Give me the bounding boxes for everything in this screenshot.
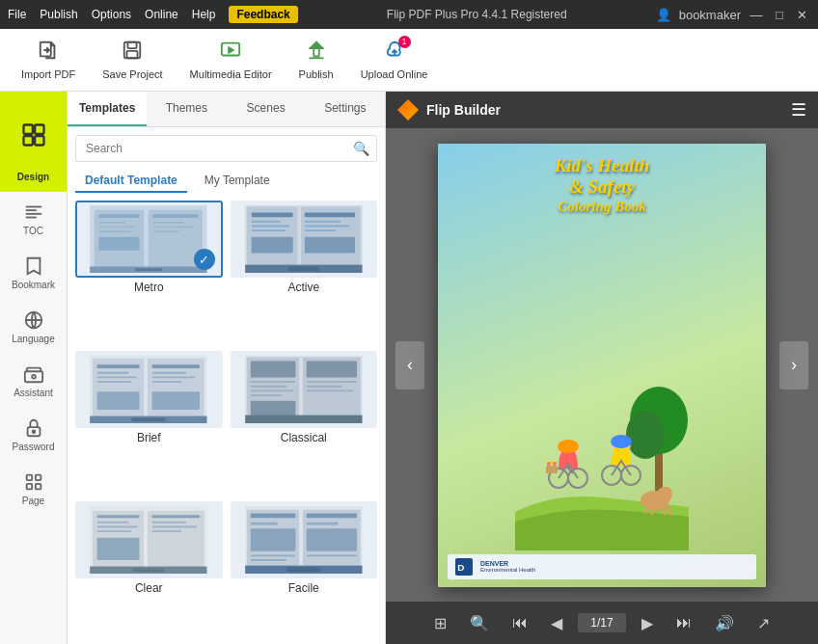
search-input[interactable]	[75, 135, 377, 162]
tab-templates[interactable]: Templates	[68, 92, 147, 126]
book-footer: D DENVER Environmental Health	[448, 554, 756, 579]
search-icon: 🔍	[353, 141, 369, 156]
tab-themes[interactable]: Themes	[147, 92, 226, 126]
svg-rect-92	[152, 526, 198, 528]
template-clear[interactable]: Clear	[75, 501, 223, 644]
sidebar-item-assistant[interactable]: Assistant	[0, 354, 67, 408]
multimedia-editor-button[interactable]: Multimedia Editor	[178, 34, 284, 86]
svg-rect-5	[314, 48, 319, 56]
subtab-my[interactable]: My Template	[195, 170, 280, 193]
menu-file[interactable]: File	[8, 8, 26, 21]
nav-next-arrow[interactable]: ›	[779, 341, 808, 389]
svg-point-17	[32, 375, 36, 379]
minimize-button[interactable]: —	[749, 7, 764, 22]
import-label: Import PDF	[21, 68, 75, 80]
sidebar-item-bookmark[interactable]: Bookmark	[0, 246, 67, 300]
last-page-button[interactable]: ⏭	[668, 610, 699, 635]
next-page-button[interactable]: ▶	[634, 610, 661, 636]
template-facile-thumb[interactable]	[231, 501, 378, 578]
svg-rect-8	[35, 125, 43, 134]
svg-rect-45	[252, 237, 293, 254]
svg-rect-85	[97, 515, 140, 518]
svg-rect-31	[99, 237, 140, 251]
menu-options[interactable]: Options	[92, 8, 131, 21]
svg-rect-49	[305, 229, 337, 231]
template-active-thumb[interactable]	[231, 201, 378, 278]
svg-rect-21	[35, 475, 41, 481]
sidebar-item-design[interactable]: Design	[0, 92, 67, 192]
maximize-button[interactable]: □	[772, 7, 787, 22]
menu-help[interactable]: Help	[192, 8, 216, 21]
upload-online-button[interactable]: Upload Online	[349, 34, 440, 86]
sidebar-item-password[interactable]: Password	[0, 408, 67, 462]
nav-prev-arrow[interactable]: ‹	[395, 341, 424, 389]
prev-page-button[interactable]: ◀	[543, 610, 570, 636]
grid-view-button[interactable]: ⊞	[426, 610, 454, 636]
sidebar-item-page[interactable]: Page	[0, 462, 67, 516]
preview-menu-icon[interactable]: ☰	[791, 99, 806, 121]
svg-rect-109	[286, 567, 320, 572]
template-brief-label: Brief	[137, 431, 161, 444]
svg-rect-16	[24, 371, 41, 382]
svg-rect-48	[305, 226, 350, 228]
svg-rect-37	[135, 268, 162, 271]
svg-rect-46	[305, 212, 355, 217]
preview-area: Flip Builder ☰ ‹ Kid's Health & Safety C…	[386, 92, 818, 644]
svg-text:D: D	[457, 561, 464, 572]
svg-point-127	[553, 462, 557, 466]
svg-rect-80	[307, 389, 354, 391]
svg-rect-78	[307, 381, 357, 383]
upload-label: Upload Online	[361, 68, 428, 80]
first-page-button[interactable]: ⏮	[504, 610, 535, 635]
sidebar-item-language[interactable]: Language	[0, 300, 67, 354]
flip-builder-logo	[397, 99, 419, 121]
zoom-in-button[interactable]: 🔍	[462, 610, 497, 636]
svg-rect-86	[97, 522, 129, 523]
svg-rect-91	[152, 522, 186, 523]
design-label: Design	[17, 172, 49, 182]
svg-rect-105	[307, 523, 339, 525]
svg-point-123	[664, 487, 671, 498]
svg-rect-102	[251, 554, 296, 556]
share-button[interactable]: ↗	[750, 610, 777, 636]
preview-canvas: ‹ Kid's Health & Safety Coloring Book	[386, 128, 818, 602]
svg-rect-74	[251, 389, 294, 391]
template-clear-label: Clear	[135, 581, 163, 595]
template-classical[interactable]: Classical	[231, 351, 378, 494]
svg-rect-62	[152, 372, 186, 374]
template-facile[interactable]: Facile	[231, 501, 378, 644]
menu-online[interactable]: Online	[145, 8, 178, 21]
panel-tabs: Templates Themes Scenes Settings	[68, 92, 385, 127]
volume-button[interactable]: 🔊	[707, 610, 742, 636]
svg-rect-61	[152, 364, 200, 368]
template-classical-thumb[interactable]	[231, 351, 378, 428]
template-brief-thumb[interactable]	[75, 351, 223, 428]
tab-settings[interactable]: Settings	[306, 92, 385, 126]
template-metro-thumb[interactable]: ✓	[75, 201, 223, 278]
template-clear-thumb[interactable]	[75, 501, 223, 578]
sidebar-item-toc[interactable]: TOC	[0, 192, 67, 246]
svg-rect-10	[35, 136, 43, 145]
menu-publish[interactable]: Publish	[40, 8, 77, 21]
template-active[interactable]: Active	[231, 201, 378, 343]
svg-rect-60	[97, 391, 140, 410]
template-metro[interactable]: ✓ Metro	[75, 201, 223, 343]
svg-rect-22	[26, 484, 32, 490]
titlebar: File Publish Options Online Help Feedbac…	[0, 0, 818, 29]
svg-rect-88	[97, 530, 131, 532]
language-label: Language	[12, 334, 55, 344]
tab-scenes[interactable]: Scenes	[227, 92, 306, 126]
svg-point-116	[558, 440, 579, 453]
template-brief[interactable]: Brief	[75, 351, 223, 494]
close-button[interactable]: ✕	[795, 7, 810, 22]
book-title-1: Kid's Health	[555, 155, 650, 177]
feedback-button[interactable]: Feedback	[229, 6, 297, 23]
svg-point-19	[32, 430, 35, 433]
main-layout: Design TOC Bookmark Language	[0, 92, 818, 644]
import-pdf-button[interactable]: Import PDF	[10, 34, 87, 86]
publish-button[interactable]: Publish	[287, 34, 345, 86]
subtab-default[interactable]: Default Template	[75, 170, 187, 193]
svg-rect-52	[288, 266, 319, 271]
save-project-button[interactable]: Save Project	[91, 34, 174, 86]
user-name: bookmaker	[679, 8, 741, 22]
